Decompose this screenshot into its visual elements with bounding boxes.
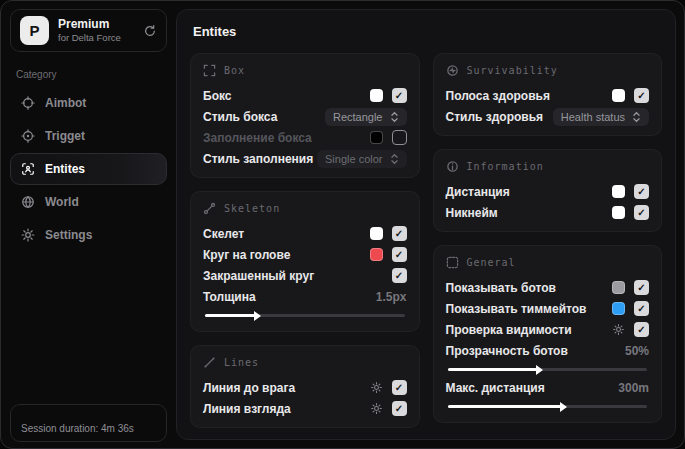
setting-label: Никнейм [446,206,498,220]
health-bar-checkbox[interactable] [634,88,649,103]
sidebar-item-label: Settings [45,228,92,242]
setting-row-enemy-line: Линия до врага [203,377,407,398]
panel-survivability: Survivability Полоса здоровья Стиль здор… [433,53,663,136]
color-swatch[interactable] [612,89,625,102]
dropdown-value: Single color [325,153,382,165]
color-swatch[interactable] [612,281,625,294]
survivability-icon [446,64,459,77]
setting-label: Стиль бокса [203,110,277,124]
distance-checkbox[interactable] [634,184,649,199]
enemy-line-settings-gear-icon[interactable] [370,381,383,394]
globe-icon [21,195,35,209]
box-checkbox[interactable] [392,88,407,103]
sidebar-item-label: Trigget [45,129,85,143]
setting-label: Стиль здоровья [446,110,544,124]
setting-label: Закрашенный круг [203,269,314,283]
setting-row-filled-circle: Закрашенный круг [203,265,407,286]
setting-label: Стиль заполнения [203,152,313,166]
session-duration-card: Session duration: 4m 36s [10,404,167,442]
box-frame-icon [203,64,216,77]
health-style-dropdown[interactable]: Health status [553,108,649,126]
nickname-checkbox[interactable] [634,205,649,220]
sidebar-item-trigget[interactable]: Trigget [10,120,167,152]
color-swatch[interactable] [612,302,625,315]
panel-title: Skeleton [224,203,280,214]
crosshair-icon [21,96,35,110]
bot-opacity-slider[interactable] [448,368,648,371]
line-icon [203,356,216,369]
view-line-checkbox[interactable] [392,401,407,416]
color-swatch[interactable] [370,89,383,102]
setting-row-max-distance: Макс. дистанция 300m [446,377,650,398]
sidebar-item-settings[interactable]: Settings [10,219,167,251]
sidebar: P Premium for Delta Force Category Aimbo… [1,1,176,448]
box-style-dropdown[interactable]: Rectangle [325,108,407,126]
setting-row-box: Бокс [203,85,407,106]
setting-label: Проверка видимости [446,323,572,337]
slider-fill [448,405,562,408]
app-title: Premium [58,17,121,32]
setting-row-health-style: Стиль здоровья Health status [446,106,650,127]
setting-label: Прозрачность ботов [446,344,568,358]
setting-row-show-bots: Показывать ботов [446,277,650,298]
slider-fill [205,314,255,317]
enemy-line-checkbox[interactable] [392,380,407,395]
filled-circle-checkbox[interactable] [392,268,407,283]
setting-label: Толщина [203,290,256,304]
fill-style-dropdown[interactable]: Single color [317,150,406,168]
sidebar-item-entites[interactable]: Entites [10,153,167,185]
sidebar-item-label: World [45,195,79,209]
panel-general: General Показывать ботов Показывать тимм… [433,245,663,423]
color-swatch[interactable] [612,185,625,198]
refresh-icon[interactable] [143,24,157,38]
color-swatch[interactable] [612,206,625,219]
head-circle-checkbox[interactable] [392,247,407,262]
setting-row-skeleton: Скелет [203,223,407,244]
dropdown-value: Health status [561,111,625,123]
unfold-icon [390,153,399,165]
app-logo: P [20,16,49,45]
setting-label: Полоса здоровья [446,89,550,103]
setting-row-health-bar: Полоса здоровья [446,85,650,106]
slider-fill [448,368,538,371]
sidebar-item-label: Aimbot [45,96,86,110]
max-distance-slider[interactable] [448,405,648,408]
logo-card: P Premium for Delta Force [10,9,167,52]
sidebar-item-aimbot[interactable]: Aimbot [10,87,167,119]
panel-title: Lines [224,357,259,368]
setting-row-box-style: Стиль бокса Rectangle [203,106,407,127]
dropdown-value: Rectangle [333,111,383,123]
setting-label: Круг на голове [203,248,290,262]
app-subtitle: for Delta Force [58,32,121,44]
visibility-settings-gear-icon[interactable] [612,323,625,336]
setting-label: Бокс [203,89,231,103]
box-fill-checkbox[interactable] [392,130,407,145]
setting-row-head-circle: Круг на голове [203,244,407,265]
sidebar-item-world[interactable]: World [10,186,167,218]
setting-row-show-teammates: Показывать тиммейтов [446,298,650,319]
app-window: P Premium for Delta Force Category Aimbo… [0,0,685,449]
setting-label: Макс. дистанция [446,381,545,395]
general-grid-icon [446,256,459,269]
color-swatch[interactable] [370,131,383,144]
panel-title: General [467,257,516,268]
show-teammates-checkbox[interactable] [634,301,649,316]
visibility-check-checkbox[interactable] [634,322,649,337]
setting-row-visibility-check: Проверка видимости [446,319,650,340]
main-panel: Entites Box Бокс [176,9,676,440]
skeleton-checkbox[interactable] [392,226,407,241]
sidebar-item-label: Entites [45,162,85,176]
slider-value: 50% [625,344,649,358]
slider-value: 1.5px [376,290,407,304]
color-swatch[interactable] [370,227,383,240]
view-line-settings-gear-icon[interactable] [370,402,383,415]
show-bots-checkbox[interactable] [634,280,649,295]
setting-label: Заполнение бокса [203,131,312,145]
unfold-icon [390,111,399,123]
panel-box: Box Бокс Стиль бокса Rectangle [190,53,420,178]
thickness-slider[interactable] [205,314,405,317]
color-swatch[interactable] [370,248,383,261]
target-icon [21,129,35,143]
category-label: Category [16,69,161,80]
setting-row-distance: Дистанция [446,181,650,202]
